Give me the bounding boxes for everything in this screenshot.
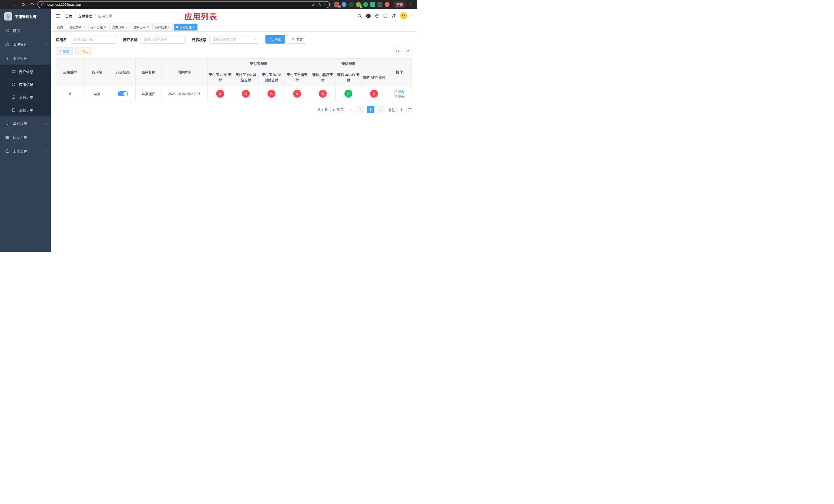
wx-mini-status-icon: ×: [319, 90, 327, 98]
password-key-icon[interactable]: [312, 3, 315, 6]
page-size-value: 10条/页: [333, 107, 344, 112]
font-size-big-glyph: T: [393, 14, 396, 18]
avatar[interactable]: [400, 12, 408, 20]
address-bar[interactable]: localhost:1024/pay/app ☆: [38, 1, 330, 8]
pagination: 共 1 条 10条/页 ▾ ‹ 1 › 前往 页: [56, 106, 412, 113]
goto-suffix: 页: [408, 107, 412, 112]
reset-button[interactable]: ⟳ 重置: [288, 35, 307, 44]
forward-icon[interactable]: →: [11, 1, 18, 8]
tab-process-form[interactable]: 流程表单×: [67, 24, 87, 30]
refresh-icon: ⟳: [292, 38, 295, 41]
font-size-icon[interactable]: TT: [392, 14, 396, 18]
help-icon[interactable]: [375, 14, 379, 18]
close-icon[interactable]: ×: [83, 25, 85, 29]
cell-created: 2021-10-23 08:49:25: [161, 86, 207, 101]
tab-app-info[interactable]: 应用信息×: [174, 24, 197, 30]
edit-button[interactable]: 修改: [394, 89, 404, 94]
sidebar-item-workflow[interactable]: 工作流程 ▾: [0, 144, 51, 158]
add-button[interactable]: + 新增: [56, 47, 73, 55]
merchant-name-input[interactable]: [140, 35, 186, 44]
breadcrumb-separator: /: [95, 14, 96, 18]
sidebar: 芋道管理系统 首页 系统管理 ▾ ¥ 支付管理 ▴ 商户信息: [0, 9, 51, 252]
bookmark-star-icon[interactable]: ☆: [323, 3, 326, 6]
status-toggle[interactable]: [118, 91, 128, 96]
github-icon[interactable]: [366, 14, 371, 19]
back-icon[interactable]: ←: [3, 1, 9, 8]
col-wx-app: 微信 APP 支付: [361, 69, 387, 86]
close-icon[interactable]: ×: [104, 25, 106, 29]
col-created: 创建时间: [161, 59, 207, 86]
sidebar-item-home[interactable]: 首页: [0, 24, 51, 38]
sidebar-item-app-info[interactable]: 应用信息: [0, 78, 51, 91]
extension-face-icon[interactable]: [385, 2, 390, 7]
tab-refund-order[interactable]: 退款订单×: [131, 24, 151, 30]
sidebar-item-devtools[interactable]: 研发工具 ▾: [0, 130, 51, 144]
share-icon[interactable]: [317, 3, 321, 6]
close-icon[interactable]: ×: [193, 25, 195, 29]
chevron-down-icon: ▾: [255, 38, 256, 41]
payment-submenu: 商户信息 应用信息 支付订单 退款订单: [0, 65, 51, 116]
delete-button[interactable]: 删除: [394, 94, 404, 99]
sidebar-item-pay-order[interactable]: 支付订单: [0, 91, 51, 104]
extension-drop-icon[interactable]: [342, 2, 347, 7]
refresh-table-button[interactable]: ⟳: [404, 47, 412, 55]
reload-icon[interactable]: ⟳: [20, 1, 27, 8]
wx-app-status-icon: ×: [370, 90, 378, 98]
breadcrumb-home[interactable]: 首页: [65, 13, 72, 19]
col-wx-jsapi: 微信 JSAPI 支付: [336, 69, 361, 86]
url-text[interactable]: localhost:1024/pay/app: [47, 3, 310, 6]
sidebar-item-infrastructure[interactable]: 基础设施 ▾: [0, 116, 51, 130]
sidebar-item-system[interactable]: 系统管理 ▾: [0, 38, 51, 51]
fullscreen-icon[interactable]: [383, 14, 388, 18]
chevron-up-icon: ▴: [45, 56, 47, 60]
extension-globe-icon[interactable]: [349, 2, 354, 7]
tab-merchant-info[interactable]: 商户信息×: [152, 24, 173, 30]
home-icon[interactable]: [29, 1, 36, 8]
extension-puzzle-icon[interactable]: [377, 2, 382, 7]
card-icon: [11, 69, 16, 74]
extension-tasks-icon[interactable]: 10: [334, 2, 339, 7]
col-alipay-app: 支付宝 APP 支付: [207, 69, 233, 86]
navbar: 首页 / 支付管理 / 应用信息 应用列表: [51, 9, 417, 23]
tab-home[interactable]: 首页: [54, 24, 65, 30]
extension-check-icon[interactable]: [363, 2, 368, 7]
status-select[interactable]: 请选择开启状态 ▾: [209, 35, 259, 44]
chevron-down-icon: ▾: [45, 43, 47, 46]
sidebar-item-refund-order[interactable]: 退款订单: [0, 104, 51, 116]
tab-user-group[interactable]: 用户分组×: [88, 24, 109, 30]
breadcrumb-payment[interactable]: 支付管理: [78, 13, 92, 19]
close-icon[interactable]: ×: [126, 25, 128, 29]
tab-pay-order[interactable]: 支付订单×: [110, 24, 130, 30]
page-content: 应用名 商户名称 开启状态 请选择开启状态 ▾ 搜索: [51, 31, 417, 252]
extension-chat-icon[interactable]: [370, 2, 375, 7]
next-page-button[interactable]: ›: [377, 106, 385, 113]
close-icon[interactable]: ×: [168, 25, 170, 29]
status-label: 开启状态: [192, 37, 206, 42]
alipay-app-status-icon: ×: [216, 90, 224, 98]
search-button[interactable]: 搜索: [265, 35, 285, 44]
site-info-icon[interactable]: [41, 3, 45, 6]
alipay-qr-status-icon: ×: [293, 90, 301, 98]
export-button[interactable]: ↓ 导出: [75, 47, 92, 55]
page-number-1[interactable]: 1: [367, 106, 374, 113]
plus-icon: +: [60, 49, 61, 53]
app-name-input[interactable]: [70, 35, 117, 44]
hamburger-icon[interactable]: [55, 13, 62, 19]
close-icon[interactable]: ×: [147, 25, 149, 29]
page-size-select[interactable]: 10条/页 ▾: [330, 106, 354, 113]
logo-row[interactable]: 芋道管理系统: [0, 9, 51, 24]
navbar-actions: TT ▾: [357, 12, 413, 20]
goto-label: 前往: [388, 107, 395, 112]
extension-avatar-icon[interactable]: 1: [356, 2, 361, 7]
sidebar-item-merchant-info[interactable]: 商户信息: [0, 65, 51, 78]
prev-page-button[interactable]: ‹: [356, 106, 364, 113]
goto-page-input[interactable]: [396, 106, 407, 113]
avatar-caret-icon[interactable]: ▾: [412, 15, 413, 18]
search-icon[interactable]: [357, 14, 362, 18]
browser-menu-icon[interactable]: ⋮: [408, 1, 414, 8]
tab-label: 流程表单: [69, 25, 81, 29]
chrome-update-button[interactable]: 更新: [394, 1, 405, 8]
group-wechat-config: 微信配置: [310, 59, 387, 69]
toggle-search-button[interactable]: [394, 47, 402, 55]
sidebar-item-payment[interactable]: ¥ 支付管理 ▴: [0, 51, 51, 65]
